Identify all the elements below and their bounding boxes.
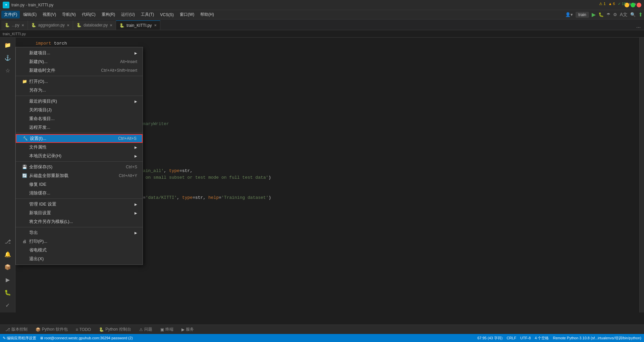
recent-projects-arrow: ▶ <box>135 100 137 103</box>
bottom-tab-terminal[interactable]: ▣ 终端 <box>158 326 176 333</box>
ssh-connection[interactable]: 🖥 root@connect.westc.gpuhub.com:36294 pa… <box>40 336 133 340</box>
menu-manage-ide-label: 管理 IDE 设置 <box>29 201 56 207</box>
menu-navigate[interactable]: 导航(N) <box>59 11 78 18</box>
separator-4 <box>16 161 143 162</box>
menu-vcs[interactable]: VCS(S) <box>157 11 176 18</box>
indent-info[interactable]: 4 个空格 <box>535 336 549 341</box>
debug-button[interactable]: 🐛 <box>598 12 604 17</box>
python-interpreter[interactable]: Remote Python 3.10.8 (sf...irtualenvs/培训… <box>553 336 641 341</box>
terminal-tab-label: 终端 <box>165 327 173 332</box>
tab-dataloader[interactable]: 🐍 dataloader.py ✕ <box>73 20 116 30</box>
editor-area[interactable]: import torch from torch.utils.data impor… <box>15 38 639 312</box>
title-bar: ✦ train.py - train_KITTI.py — □ ✕ <box>0 0 644 10</box>
menu-new[interactable]: 新建(N)... Alt+Insert <box>16 57 143 66</box>
edit-app-settings-label[interactable]: ✎ 编辑应用程序设置 <box>3 336 36 341</box>
menu-rename-project[interactable]: 重命名项目... <box>16 114 143 123</box>
tab-aggregation-close[interactable]: ✕ <box>67 23 69 27</box>
problems-tab-icon: ⚠ <box>139 327 143 332</box>
expand-warnings[interactable]: ∨ <box>634 2 637 6</box>
menu-window[interactable]: 窗口(W) <box>177 11 197 18</box>
menu-file-properties[interactable]: 文件属性 ▶ <box>16 143 143 152</box>
error-count[interactable]: ▲ 6 <box>608 2 615 6</box>
sidebar-todo-button[interactable]: ✓ <box>2 299 14 311</box>
export-arrow: ▶ <box>135 231 137 235</box>
sidebar-vcs-button[interactable]: ⎇ <box>2 235 14 247</box>
profile-icon[interactable]: 👤▾ <box>565 12 573 17</box>
menu-view[interactable]: 视图(V) <box>40 11 59 18</box>
menu-file[interactable]: 文件(F) <box>1 11 20 18</box>
bottom-tab-todo[interactable]: ≡ TODO <box>73 326 94 333</box>
menu-save-as-template-label: 将文件另存为模板(L)... <box>29 219 73 225</box>
cursor-position[interactable]: 67:95 (43 字符) <box>477 336 502 341</box>
menu-new-scratch[interactable]: 新建临时文件 Ctrl+Alt+Shift+Insert <box>16 66 143 75</box>
run-button[interactable]: ▶ <box>592 11 596 18</box>
menu-tools[interactable]: 工具(T) <box>138 11 157 18</box>
bottom-tab-services[interactable]: ▶ 服务 <box>179 326 197 333</box>
sidebar-packages-button[interactable]: 📦 <box>2 261 14 273</box>
menu-remote-dev[interactable]: 远程开发... <box>16 123 143 132</box>
menu-reload-from-disk[interactable]: 🔄 从磁盘全部重新加载 Ctrl+Alt+Y <box>16 171 143 180</box>
menu-help[interactable]: 帮助(H) <box>198 11 217 18</box>
menu-exit[interactable]: 退出(X) <box>16 254 143 263</box>
menu-export[interactable]: 导出 ▶ <box>16 228 143 237</box>
sidebar-debug-button[interactable]: 🐛 <box>2 286 14 298</box>
settings-shortcut: Ctrl+Alt+S <box>118 136 137 141</box>
reload-icon: 🔄 <box>21 173 28 178</box>
menu-recent-projects[interactable]: 最近的项目(R) ▶ <box>16 97 143 106</box>
editor-tabs-options[interactable]: ⋯ <box>634 25 643 30</box>
sidebar-bookmarks-button[interactable]: ☆ <box>2 64 14 76</box>
status-bar-right: 67:95 (43 字符) CRLF UTF-8 4 个空格 Remote Py… <box>477 336 641 341</box>
menu-manage-ide-settings[interactable]: 管理 IDE 设置 ▶ <box>16 200 143 209</box>
menu-edit[interactable]: 编辑(E) <box>20 11 39 18</box>
breadcrumb-file: train_KITTI.py <box>3 32 26 36</box>
tab-dataloader-close[interactable]: ✕ <box>110 23 112 27</box>
encoding[interactable]: UTF-8 <box>520 336 531 340</box>
bottom-tab-vcs[interactable]: ⎇ 版本控制 <box>3 326 30 333</box>
menu-open-label: 打开(O)... <box>29 78 48 84</box>
update-icon[interactable]: ⬆ <box>638 11 643 18</box>
sidebar-structure-button[interactable]: ⚓ <box>2 52 14 64</box>
bottom-tab-python-console[interactable]: 🐍 Python 控制台 <box>96 326 134 333</box>
tab-train-kitti-close[interactable]: ✕ <box>154 23 157 27</box>
menu-save-all[interactable]: 💾 全部保存(S) Ctrl+S <box>16 163 143 171</box>
sidebar-notifications-button[interactable]: 🔔 <box>2 248 14 260</box>
new-scratch-shortcut: Ctrl+Alt+Shift+Insert <box>101 68 137 73</box>
menu-save-as-template[interactable]: 将文件另存为模板(L)... <box>16 217 143 226</box>
menu-run[interactable]: 运行(U) <box>118 11 138 18</box>
menu-fix-ide-label: 修复 IDE <box>29 181 46 187</box>
tab-py-close[interactable]: ✕ <box>21 23 24 27</box>
menu-code[interactable]: 代码(C) <box>79 11 98 18</box>
collapse-warnings[interactable]: ∧ <box>629 2 631 6</box>
left-sidebar: 📁 ⚓ ☆ ⎇ 🔔 📦 ▶ 🐛 ✓ <box>0 38 15 312</box>
separator-6 <box>16 227 143 227</box>
settings-button[interactable]: ⚙ <box>613 12 617 17</box>
menu-close-project[interactable]: 关闭项目(J) <box>16 106 143 114</box>
sidebar-project-button[interactable]: 📁 <box>2 39 14 51</box>
sidebar-run-button[interactable]: ▶ <box>2 274 14 286</box>
run-config-dropdown[interactable]: train <box>576 12 589 18</box>
menu-open[interactable]: 📁 打开(O)... <box>16 77 143 86</box>
menu-settings[interactable]: 🔧 设置(I)... Ctrl+Alt+S <box>16 134 143 143</box>
tab-aggregation[interactable]: 🐍 aggregation.py ✕ <box>28 20 73 30</box>
search-icon[interactable]: 🔍 <box>630 12 636 17</box>
menu-save-as-label: 另存为... <box>29 87 46 93</box>
tab-train-kitti[interactable]: 🐍 train_KITTI.py ✕ <box>116 20 160 30</box>
bottom-tab-packages[interactable]: 📦 Python 软件包 <box>33 326 70 333</box>
tab-py[interactable]: 🐍 ...py ✕ <box>1 20 28 30</box>
menu-print[interactable]: 🖨 打印(P)... <box>16 237 143 246</box>
menu-save-as[interactable]: 另存为... <box>16 86 143 95</box>
menu-fix-ide[interactable]: 修复 IDE <box>16 180 143 189</box>
ok-count[interactable]: ✓ 18 <box>618 2 626 6</box>
menu-refactor[interactable]: 重构(R) <box>99 11 118 18</box>
menu-new-project[interactable]: 新建项目... ▶ <box>16 49 143 57</box>
warning-count[interactable]: ⚠ 1 <box>599 2 605 6</box>
coverage-button[interactable]: ☂ <box>606 12 610 17</box>
scrollbar-area[interactable] <box>639 38 644 312</box>
bottom-tab-problems[interactable]: ⚠ 问题 <box>137 326 155 333</box>
line-endings[interactable]: CRLF <box>506 336 516 340</box>
menu-new-project-settings[interactable]: 新项目设置 ▶ <box>16 209 143 217</box>
menu-clear-cache[interactable]: 清除缓存... <box>16 189 143 197</box>
menu-local-history[interactable]: 本地历史记录(H) ▶ <box>16 152 143 160</box>
menu-power-save[interactable]: 省电模式 <box>16 246 143 254</box>
print-icon: 🖨 <box>21 239 28 244</box>
